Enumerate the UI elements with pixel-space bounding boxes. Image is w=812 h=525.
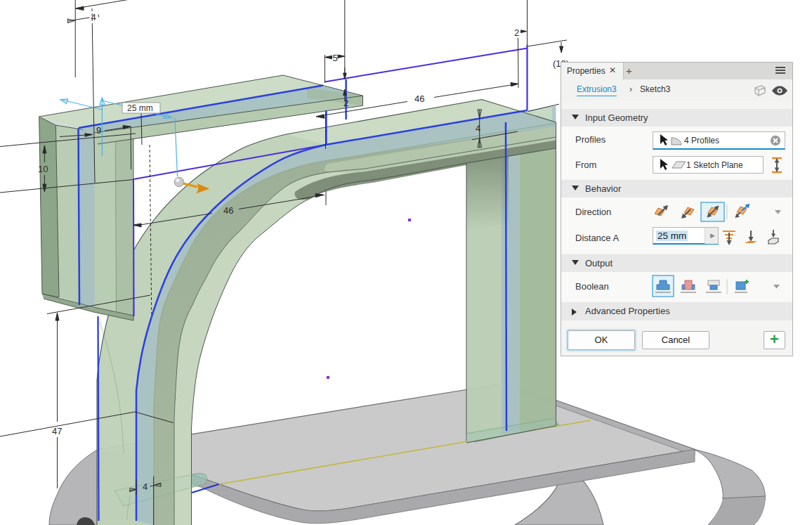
svg-text:47: 47 xyxy=(52,426,62,436)
svg-text:4: 4 xyxy=(143,481,148,492)
svg-text:10: 10 xyxy=(38,164,48,174)
svg-text:46: 46 xyxy=(223,205,233,216)
svg-text:5: 5 xyxy=(333,53,338,63)
svg-text:25 mm: 25 mm xyxy=(127,103,153,113)
svg-text:46: 46 xyxy=(414,93,424,104)
svg-text:2: 2 xyxy=(343,98,348,108)
svg-text:2: 2 xyxy=(514,27,519,38)
svg-text:9: 9 xyxy=(96,125,101,136)
svg-text:4: 4 xyxy=(91,12,96,22)
